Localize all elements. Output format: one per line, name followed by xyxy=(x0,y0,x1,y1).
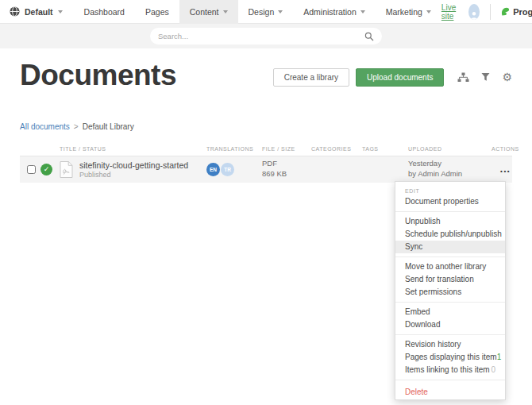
nav-item-marketing[interactable]: Marketing xyxy=(376,0,441,24)
breadcrumb-current: Default Library xyxy=(83,122,134,131)
menu-group-delete: Delete xyxy=(395,380,505,399)
menu-item-document-properties[interactable]: Document properties xyxy=(395,195,505,208)
actions-context-menu: EDIT Document properties Unpublish Sched… xyxy=(395,181,506,400)
breadcrumb-separator: > xyxy=(74,122,79,131)
table-header-row: TITLE / STATUS TRANSLATIONS FILE / SIZE … xyxy=(20,146,512,156)
divider xyxy=(490,4,491,20)
page-title: Documents xyxy=(20,60,176,92)
upload-documents-button[interactable]: Upload documents xyxy=(356,68,444,87)
col-actions: ACTIONS xyxy=(492,146,519,152)
person-icon xyxy=(469,10,479,20)
file-size: 869 KB xyxy=(262,169,311,179)
col-translations: TRANSLATIONS xyxy=(206,146,262,152)
items-linking-count: 0 xyxy=(491,364,495,376)
col-tags: TAGS xyxy=(362,146,408,152)
nav-item-label: Pages xyxy=(145,7,169,17)
published-check-icon: ✓ xyxy=(40,164,52,176)
col-categories: CATEGORIES xyxy=(311,146,362,152)
documents-table: TITLE / STATUS TRANSLATIONS FILE / SIZE … xyxy=(20,146,512,183)
nav-item-dashboard[interactable]: Dashboard xyxy=(74,0,135,24)
items-linking-label: Items linking to this item xyxy=(405,364,490,376)
row-checkbox[interactable] xyxy=(27,165,36,174)
row-actions-ellipsis-icon[interactable]: ••• xyxy=(500,168,511,175)
menu-item-sync[interactable]: Sync xyxy=(395,241,505,253)
nav-item-design[interactable]: Design xyxy=(238,0,294,24)
col-file-size: FILE / SIZE xyxy=(262,146,311,152)
nav-item-label: Design xyxy=(249,7,275,17)
search-bar-row xyxy=(0,24,532,48)
menu-item-move-library[interactable]: Move to another library xyxy=(395,260,505,273)
nav-item-administration[interactable]: Administration xyxy=(293,0,376,24)
nav-item-content[interactable]: Content xyxy=(179,0,238,24)
menu-group-publish: Unpublish Schedule publish/unpublish Syn… xyxy=(395,211,505,256)
breadcrumb-all-documents-link[interactable]: All documents xyxy=(20,122,70,131)
nav-item-label: Content xyxy=(190,7,219,17)
menu-item-delete[interactable]: Delete xyxy=(395,384,505,396)
pages-displaying-label: Pages displaying this item xyxy=(405,351,497,364)
create-library-button[interactable]: Create a library xyxy=(273,68,349,87)
brand-logo: ProgressSitefinity™ xyxy=(500,6,532,17)
site-selector-label: Default xyxy=(25,7,53,17)
document-title-link[interactable]: sitefinity-cloud-getting-started xyxy=(79,160,188,170)
chevron-down-icon xyxy=(426,10,431,14)
progress-flame-icon xyxy=(500,6,511,17)
toolbar: Create a library Upload documents ⚙ xyxy=(273,68,512,87)
file-type: PDF xyxy=(262,159,311,169)
pages-displaying-count: 1 xyxy=(497,351,502,364)
menu-group-info: Revision history Pages displaying this i… xyxy=(395,334,505,380)
menu-group-manage: Move to another library Send for transla… xyxy=(395,256,505,302)
chevron-down-icon xyxy=(223,10,228,14)
search-field[interactable] xyxy=(150,28,382,44)
live-site-link[interactable]: Live site xyxy=(441,3,461,21)
menu-group-edit: EDIT Document properties xyxy=(395,182,505,211)
search-input[interactable] xyxy=(158,32,364,40)
col-uploaded: UPLOADED xyxy=(408,146,492,152)
menu-item-embed[interactable]: Embed xyxy=(395,306,505,318)
translations-cell: EN TR xyxy=(206,163,262,176)
file-size-cell: PDF 869 KB xyxy=(262,159,311,179)
chevron-down-icon xyxy=(58,10,63,14)
library-structure-icon[interactable] xyxy=(457,72,469,83)
nav-item-label: Marketing xyxy=(386,7,422,17)
top-navigation: Default Dashboard Pages Content Design A… xyxy=(0,0,532,24)
language-badge-tr[interactable]: TR xyxy=(221,163,234,176)
filter-icon[interactable] xyxy=(481,72,490,82)
chevron-down-icon xyxy=(360,10,365,14)
menu-section-edit-label: EDIT xyxy=(395,185,505,195)
uploaded-by: by Admin Admin xyxy=(408,169,492,179)
uploaded-cell: Yesterday by Admin Admin xyxy=(408,159,492,179)
menu-item-pages-displaying[interactable]: Pages displaying this item 1 xyxy=(395,351,505,364)
menu-group-export: Embed Download xyxy=(395,302,505,334)
menu-item-send-translation[interactable]: Send for translation xyxy=(395,273,505,286)
document-status: Published xyxy=(79,171,188,179)
menu-item-items-linking[interactable]: Items linking to this item 0 xyxy=(395,364,505,376)
table-row: ✓ sitefinity-cloud-getting-started Publi… xyxy=(20,156,512,183)
search-icon[interactable] xyxy=(364,32,374,41)
user-avatar[interactable] xyxy=(468,4,480,20)
language-badge-en[interactable]: EN xyxy=(206,163,220,176)
brand-name: Progress xyxy=(513,7,532,17)
settings-gear-icon[interactable]: ⚙ xyxy=(502,71,512,83)
nav-item-label: Administration xyxy=(303,7,357,17)
menu-item-unpublish[interactable]: Unpublish xyxy=(395,215,505,228)
uploaded-when: Yesterday xyxy=(408,159,492,169)
menu-item-schedule-publish[interactable]: Schedule publish/unpublish xyxy=(395,228,505,241)
chevron-down-icon xyxy=(278,10,283,14)
site-selector[interactable]: Default xyxy=(10,6,63,17)
menu-item-download[interactable]: Download xyxy=(395,318,505,331)
breadcrumb: All documents > Default Library xyxy=(0,122,532,131)
nav-item-label: Dashboard xyxy=(84,7,125,17)
globe-icon xyxy=(10,6,20,17)
nav-item-pages[interactable]: Pages xyxy=(135,0,179,24)
pdf-file-icon xyxy=(60,161,73,178)
col-title-status: TITLE / STATUS xyxy=(60,146,206,152)
menu-item-revision-history[interactable]: Revision history xyxy=(395,338,505,351)
menu-item-set-permissions[interactable]: Set permissions xyxy=(395,286,505,299)
